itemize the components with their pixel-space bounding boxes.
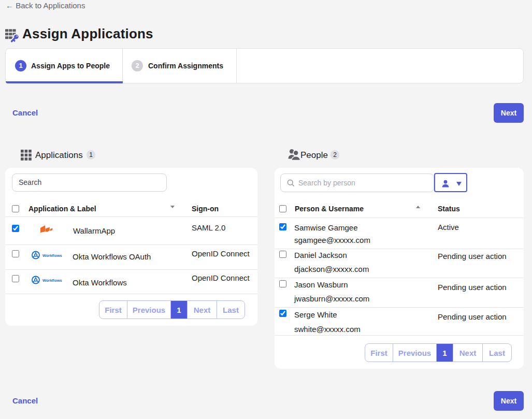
svg-text:Workflows: Workflows [42, 278, 62, 283]
svg-text:Workflows: Workflows [42, 253, 62, 258]
